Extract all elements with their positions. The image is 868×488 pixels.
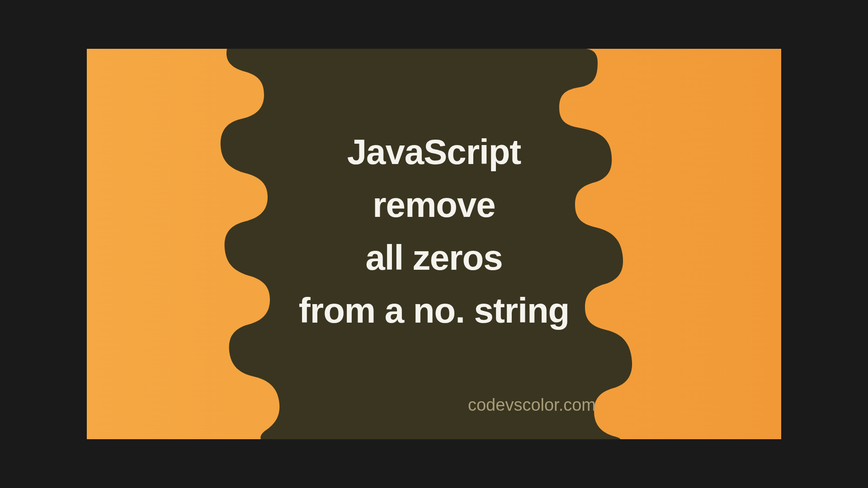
title-line-2: remove	[87, 178, 781, 231]
title-line-3: all zeros	[87, 231, 781, 284]
footer-attribution: codevscolor.com	[468, 395, 596, 415]
title-line-4: from a no. string	[87, 284, 781, 337]
banner-container: JavaScript remove all zeros from a no. s…	[87, 49, 781, 439]
title-line-1: JavaScript	[87, 126, 781, 178]
title-block: JavaScript remove all zeros from a no. s…	[87, 126, 781, 337]
